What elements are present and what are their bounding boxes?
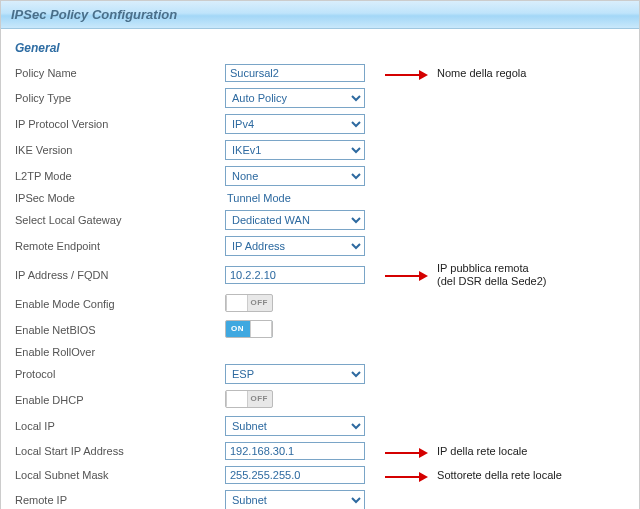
label-policy-name: Policy Name [15, 61, 225, 85]
annotation-policy-name: Nome della regola [437, 68, 526, 80]
policy-type-select[interactable]: Auto Policy [225, 88, 365, 108]
local-gw-select[interactable]: Dedicated WAN [225, 210, 365, 230]
remote-ip-select[interactable]: Subnet [225, 490, 365, 509]
label-local-start: Local Start IP Address [15, 439, 225, 463]
remote-ep-select[interactable]: IP Address [225, 236, 365, 256]
ip-proto-ver-select[interactable]: IPv4 [225, 114, 365, 134]
annotation-local-mask: Sottorete della rete locale [437, 470, 562, 482]
arrow-icon [385, 469, 428, 481]
label-local-gw: Select Local Gateway [15, 207, 225, 233]
label-remote-ip: Remote IP [15, 487, 225, 509]
form-body: General Policy Name Nome della regola Po… [1, 29, 639, 509]
label-protocol: Protocol [15, 361, 225, 387]
ip-fqdn-input[interactable] [225, 266, 365, 284]
arrow-icon [385, 67, 428, 79]
arrow-icon [385, 445, 428, 457]
label-local-ip: Local IP [15, 413, 225, 439]
l2tp-mode-select[interactable]: None [225, 166, 365, 186]
label-dhcp: Enable DHCP [15, 387, 225, 413]
label-policy-type: Policy Type [15, 85, 225, 111]
label-mode-config: Enable Mode Config [15, 291, 225, 317]
ike-ver-select[interactable]: IKEv1 [225, 140, 365, 160]
local-ip-select[interactable]: Subnet [225, 416, 365, 436]
annotation-ip-fqdn: IP pubblica remota (del DSR della Sede2) [437, 262, 546, 288]
policy-name-input[interactable] [225, 64, 365, 82]
arrow-icon [385, 269, 428, 281]
label-ike-ver: IKE Version [15, 137, 225, 163]
general-form: Policy Name Nome della regola Policy Typ… [15, 61, 625, 509]
label-rollover: Enable RollOver [15, 343, 225, 361]
page-title: IPSec Policy Configuration [1, 1, 639, 29]
label-ip-proto-ver: IP Protocol Version [15, 111, 225, 137]
label-local-mask: Local Subnet Mask [15, 463, 225, 487]
ipsec-mode-value: Tunnel Mode [225, 192, 291, 204]
netbios-toggle[interactable]: ON [225, 320, 273, 338]
label-ipsec-mode: IPSec Mode [15, 189, 225, 207]
ipsec-config-page: IPSec Policy Configuration General Polic… [0, 0, 640, 509]
local-mask-input[interactable] [225, 466, 365, 484]
label-l2tp-mode: L2TP Mode [15, 163, 225, 189]
dhcp-toggle[interactable]: OFF [225, 390, 273, 408]
protocol-select[interactable]: ESP [225, 364, 365, 384]
annotation-local-start: IP della rete locale [437, 446, 527, 458]
section-general: General [15, 41, 625, 55]
mode-config-toggle[interactable]: OFF [225, 294, 273, 312]
label-ip-fqdn: IP Address / FQDN [15, 259, 225, 291]
local-start-input[interactable] [225, 442, 365, 460]
label-remote-ep: Remote Endpoint [15, 233, 225, 259]
label-netbios: Enable NetBIOS [15, 317, 225, 343]
